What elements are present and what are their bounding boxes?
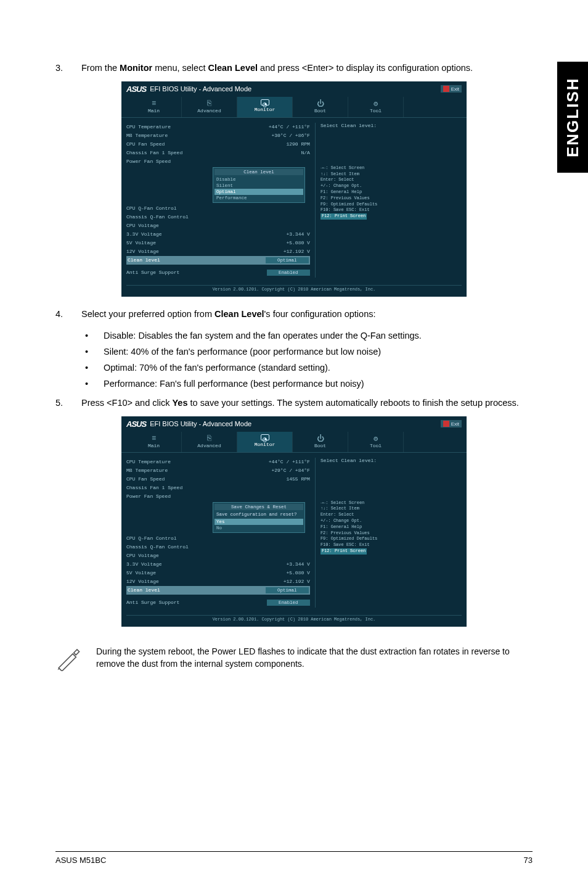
row-label: CPU Q-Fan Control <box>126 535 177 541</box>
bios-row[interactable]: CPU Q-Fan Control <box>126 534 310 543</box>
tab-advanced[interactable]: Advanced <box>182 97 237 117</box>
row-value: N/A <box>236 150 310 155</box>
row-label: Chassis Q-Fan Control <box>126 544 189 550</box>
row-label: Chassis Fan 1 Speed <box>126 150 182 155</box>
tab-label: Advanced <box>197 108 221 113</box>
bios-row[interactable]: Chassis Q-Fan Control <box>126 543 310 551</box>
bios-row[interactable]: Power Fan Speed <box>126 157 310 166</box>
row-value-button[interactable]: Optimal <box>266 587 309 593</box>
row-value: 1455 RPM <box>236 476 310 482</box>
bullet-item: •Performance: Fan's full performance (be… <box>55 376 533 392</box>
tab-label: Main <box>148 108 160 113</box>
list-icon <box>149 434 159 442</box>
tab-monitor[interactable]: Monitor <box>237 97 293 117</box>
step-3: 3. From the Monitor menu, select Clean L… <box>55 62 533 75</box>
bios-screenshot-1: ASUS EFI BIOS Utility - Advanced Mode Ex… <box>121 81 467 297</box>
tab-label: Boot <box>314 108 326 113</box>
bios-row[interactable]: CPU Fan Speed1455 RPM <box>126 475 310 484</box>
help-key: ↑↓: Select Item <box>321 506 462 512</box>
tab-label: Monitor <box>255 442 276 447</box>
exit-button[interactable]: Exit <box>441 420 462 427</box>
row-label: CPU Q-Fan Control <box>126 205 177 211</box>
bios-row[interactable]: 5V Voltage+5.080 V <box>126 569 310 577</box>
dropdown-item-silent[interactable]: Silent <box>214 183 303 189</box>
title-text: EFI BIOS Utility - Advanced Mode <box>150 420 251 427</box>
page-footer: ASUS M51BC 73 <box>55 851 533 865</box>
bullet-dot: • <box>85 344 104 360</box>
row-label: CPU Voltage <box>126 223 159 228</box>
tab-monitor[interactable]: Monitor <box>237 432 293 452</box>
row-value-button[interactable]: Optimal <box>266 257 309 263</box>
bios-row[interactable]: Chassis Fan 1 SpeedN/A <box>126 149 310 157</box>
row-label: 5V Voltage <box>126 240 156 245</box>
tab-boot[interactable]: Boot <box>293 432 348 452</box>
exit-icon <box>443 86 449 92</box>
row-label: CPU Voltage <box>126 553 159 558</box>
row-value: +44°C / +111°F <box>236 124 310 130</box>
bios-body: CPU Temperature+44°C / +111°F MB Tempera… <box>121 118 467 283</box>
step-text: From the Monitor menu, select Clean Leve… <box>81 62 533 75</box>
help-key: ↑↓: Select Item <box>321 171 462 178</box>
row-value-button[interactable]: Enabled <box>267 600 310 606</box>
bios-row[interactable]: Anti Surge SupportEnabled <box>126 598 310 608</box>
bios-row[interactable]: Chassis Fan 1 Speed <box>126 484 310 492</box>
tab-tool[interactable]: Tool <box>348 97 404 117</box>
save-dialog-yes[interactable]: Yes <box>214 519 303 525</box>
footer-model: ASUS M51BC <box>55 856 106 865</box>
dropdown-item-optimal[interactable]: Optimal <box>214 189 303 195</box>
tab-boot[interactable]: Boot <box>293 97 348 117</box>
bullet-text: Silent: 40% of the fan's performance (po… <box>104 344 381 360</box>
help-key: F10: Save ESC: Exit <box>321 542 462 548</box>
help-key: F1: General Help <box>321 524 462 530</box>
bios-row[interactable]: CPU Temperature+44°C / +111°F <box>126 123 310 131</box>
bios-row[interactable]: 12V Voltage+12.192 V <box>126 247 310 256</box>
step-number: 5. <box>55 397 81 410</box>
monitor-icon <box>261 99 269 105</box>
pen-icon <box>55 645 81 674</box>
bios-row[interactable]: Chassis Q-Fan Control <box>126 213 310 221</box>
bios-row[interactable]: CPU Fan Speed1290 RPM <box>126 140 310 149</box>
row-label: CPU Temperature <box>126 124 171 130</box>
bullet-list: •Disable: Disables the fan system and th… <box>55 328 533 392</box>
tab-tool[interactable]: Tool <box>348 432 404 452</box>
bios-row[interactable]: Anti Surge SupportEnabled <box>126 268 310 278</box>
save-dialog[interactable]: Save Changes & Reset Save configuration … <box>213 502 305 533</box>
dropdown-item-disable[interactable]: Disable <box>214 176 303 183</box>
bios-row-clean-level[interactable]: Clean levelOptimal <box>126 256 310 265</box>
help-key-highlight: F12: Print Screen <box>321 213 367 220</box>
bios-footer: Version 2.00.1201. Copyright (C) 2010 Am… <box>126 285 462 293</box>
row-label: 12V Voltage <box>126 579 159 584</box>
bios-row-clean-level[interactable]: Clean levelOptimal <box>126 586 310 595</box>
bios-row[interactable]: MB Temperature+29°C / +84°F <box>126 466 310 475</box>
bullet-dot: • <box>85 360 104 376</box>
row-value-button[interactable]: Enabled <box>267 270 310 276</box>
save-dialog-no[interactable]: No <box>214 525 303 531</box>
bios-row[interactable]: 12V Voltage+12.192 V <box>126 577 310 586</box>
exit-button[interactable]: Exit <box>441 85 462 93</box>
clean-level-dropdown[interactable]: Clean level Disable Silent Optimal Perfo… <box>213 167 305 203</box>
bios-row[interactable]: MB Temperature+30°C / +86°F <box>126 131 310 140</box>
bios-row[interactable]: 3.3V Voltage+3.344 V <box>126 560 310 569</box>
row-label: CPU Temperature <box>126 459 171 464</box>
tab-main[interactable]: Main <box>126 432 182 452</box>
bullet-dot: • <box>85 376 104 392</box>
bios-row[interactable]: CPU Voltage <box>126 221 310 230</box>
help-key: →←: Select Screen <box>321 165 462 171</box>
row-value: +5.080 V <box>236 570 310 576</box>
bios-row[interactable]: Power Fan Speed <box>126 492 310 501</box>
bios-row[interactable]: CPU Voltage <box>126 551 310 560</box>
step-4: 4. Select your preferred option from Cle… <box>55 308 533 321</box>
help-key: F10: Save ESC: Exit <box>321 207 462 213</box>
bios-tabs: Main Advanced Monitor Boot Tool <box>121 97 467 118</box>
bios-left-panel: CPU Temperature+44°C / +111°F MB Tempera… <box>126 458 310 608</box>
bios-row[interactable]: 3.3V Voltage+3.344 V <box>126 230 310 239</box>
row-label: CPU Fan Speed <box>126 141 165 147</box>
bios-row[interactable]: 5V Voltage+5.080 V <box>126 239 310 247</box>
dropdown-item-performance[interactable]: Performance <box>214 195 303 201</box>
step-5: 5. Press <F10> and click Yes to save you… <box>55 397 533 410</box>
bios-row[interactable]: CPU Q-Fan Control <box>126 204 310 213</box>
tab-main[interactable]: Main <box>126 97 182 117</box>
tab-advanced[interactable]: Advanced <box>182 432 237 452</box>
note-text: During the system reboot, the Power LED … <box>96 645 533 670</box>
bios-row[interactable]: CPU Temperature+44°C / +111°F <box>126 458 310 466</box>
